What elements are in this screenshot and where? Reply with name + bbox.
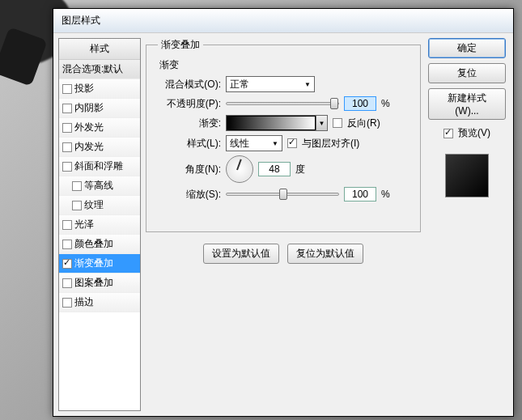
style-list: 样式 混合选项:默认 投影内阴影外发光内发光斜面和浮雕等高线纹理光泽颜色叠加渐变…	[58, 38, 141, 411]
style-item-颜色叠加[interactable]: 颜色叠加	[59, 235, 140, 254]
align-label: 与图层对齐(I)	[302, 137, 359, 151]
style-item-投影[interactable]: 投影	[59, 79, 140, 99]
style-label: 斜面和浮雕	[74, 159, 123, 173]
style-label: 内发光	[74, 140, 104, 154]
style-checkbox[interactable]	[62, 220, 72, 230]
cancel-button[interactable]: 复位	[428, 63, 506, 83]
style-checkbox[interactable]	[72, 181, 82, 191]
style-label: 描边	[74, 295, 94, 309]
preview-checkbox[interactable]	[443, 129, 453, 138]
style-label: 外发光	[74, 121, 104, 134]
ok-button[interactable]: 确定	[428, 38, 506, 58]
opacity-slider[interactable]	[226, 102, 339, 105]
gradient-label: 渐变:	[158, 117, 221, 130]
style-item-内阴影[interactable]: 内阴影	[59, 99, 140, 118]
style-list-header: 样式	[59, 39, 140, 60]
style-checkbox[interactable]	[72, 201, 82, 210]
titlebar[interactable]: 图层样式	[53, 9, 513, 33]
style-label: 等高线	[84, 179, 113, 193]
layer-style-dialog: 图层样式 样式 混合选项:默认 投影内阴影外发光内发光斜面和浮雕等高线纹理光泽颜…	[53, 8, 514, 417]
panel-legend: 渐变叠加	[158, 38, 203, 52]
style-checkbox[interactable]	[62, 142, 72, 152]
right-panel: 确定 复位 新建样式(W)... 预览(V)	[426, 38, 508, 411]
style-checkbox[interactable]	[62, 104, 72, 113]
style-label: 样式(L):	[158, 137, 221, 151]
style-label: 图案叠加	[74, 276, 113, 290]
style-checkbox[interactable]	[62, 298, 72, 308]
style-item-外发光[interactable]: 外发光	[59, 118, 140, 138]
opacity-label: 不透明度(P):	[158, 97, 221, 111]
style-checkbox[interactable]	[62, 123, 72, 133]
style-item-图案叠加[interactable]: 图案叠加	[59, 274, 140, 293]
make-default-button[interactable]: 设置为默认值	[203, 244, 279, 264]
gradient-picker[interactable]: ▼	[226, 115, 328, 131]
style-label: 光泽	[74, 218, 94, 231]
reset-default-button[interactable]: 复位为默认值	[287, 244, 363, 264]
opacity-input[interactable]: 100	[344, 96, 376, 111]
style-item-描边[interactable]: 描边	[59, 293, 140, 312]
style-item-光泽[interactable]: 光泽	[59, 215, 140, 235]
style-item-渐变叠加[interactable]: 渐变叠加	[59, 254, 140, 274]
style-dropdown[interactable]: 线性▼	[226, 135, 282, 151]
blend-mode-dropdown[interactable]: 正常▼	[226, 76, 315, 92]
preview-swatch	[445, 154, 489, 197]
reverse-checkbox[interactable]	[333, 118, 342, 128]
dialog-title: 图层样式	[62, 15, 100, 26]
style-checkbox[interactable]	[62, 240, 72, 249]
scale-input[interactable]: 100	[344, 187, 376, 202]
angle-dial[interactable]	[226, 155, 253, 183]
style-item-纹理[interactable]: 纹理	[59, 196, 140, 215]
style-checkbox[interactable]	[62, 278, 72, 288]
style-checkbox[interactable]	[62, 259, 72, 269]
style-label: 投影	[74, 82, 94, 95]
blend-mode-label: 混合模式(O):	[158, 78, 221, 91]
style-label: 纹理	[84, 198, 104, 212]
style-label: 渐变叠加	[74, 257, 113, 270]
style-label: 颜色叠加	[74, 237, 113, 251]
new-style-button[interactable]: 新建样式(W)...	[428, 88, 506, 120]
style-checkbox[interactable]	[62, 84, 72, 94]
style-item-斜面和浮雕[interactable]: 斜面和浮雕	[59, 157, 140, 176]
blending-options-item[interactable]: 混合选项:默认	[59, 60, 140, 79]
style-item-等高线[interactable]: 等高线	[59, 176, 140, 196]
align-checkbox[interactable]	[287, 138, 297, 148]
angle-label: 角度(N):	[158, 163, 221, 176]
style-checkbox[interactable]	[62, 162, 72, 172]
reverse-label: 反向(R)	[347, 117, 380, 130]
angle-input[interactable]: 48	[258, 162, 291, 176]
panel-subhead: 渐变	[159, 58, 409, 72]
preview-label: 预览(V)	[458, 126, 490, 140]
scale-label: 缩放(S):	[158, 188, 221, 202]
scale-slider[interactable]	[226, 193, 339, 196]
style-label: 内阴影	[74, 101, 104, 115]
style-item-内发光[interactable]: 内发光	[59, 138, 140, 157]
gradient-overlay-panel: 渐变叠加 渐变 混合模式(O): 正常▼ 不透明度(P): 100 % 渐变: …	[146, 38, 421, 411]
